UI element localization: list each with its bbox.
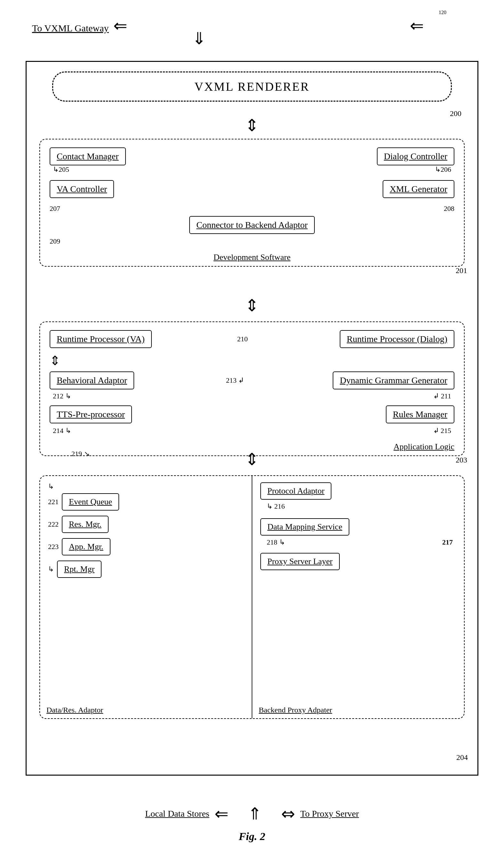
ref-207: 207 xyxy=(50,205,60,212)
ref-216: ↳ 216 xyxy=(267,502,456,510)
proxy-server-arrow: ⇔ xyxy=(281,804,295,824)
connector-box: Connector to Backend Adaptor xyxy=(189,216,315,234)
ref-211: 211 xyxy=(441,392,451,400)
vxml-renderer-box: VXML RENDERER xyxy=(52,71,452,102)
gateway-label: To VXML Gateway xyxy=(32,23,109,33)
rpt-mgr-row: ↳ Rpt. Mgr xyxy=(48,560,244,578)
diagram-container: To VXML Gateway ⇐ ⇐ 120 VXML RENDERER 20… xyxy=(0,0,504,849)
local-data-label: Local Data Stores xyxy=(145,809,210,819)
dev-software-box: Contact Manager ↳205 Dialog Controller ↳… xyxy=(39,139,465,267)
ref-209: 209 xyxy=(50,237,60,245)
local-data-section: Local Data Stores ⇐ xyxy=(145,804,229,824)
data-mapping-row: Data Mapping Service xyxy=(260,518,456,536)
ref-220: ↳ xyxy=(48,482,244,491)
proxy-server-label: To Proxy Server xyxy=(300,809,359,819)
res-mgr-row: 222 Res. Mgr. xyxy=(48,516,244,533)
data-res-label: Data/Res. Adaptor xyxy=(47,706,103,714)
ref-210: 210 xyxy=(237,335,248,343)
ref-203: 203 xyxy=(456,456,467,464)
data-res-adaptor-panel: ↳ 221 Event Queue 222 Res. Mgr. xyxy=(40,476,252,718)
app-mgr-row: 223 App. Mgr. xyxy=(48,538,244,555)
top-right-arrow: ⇐ xyxy=(410,16,424,35)
rpt-mgr-box: Rpt. Mgr xyxy=(57,560,102,578)
proxy-server-section: ⇔ To Proxy Server xyxy=(281,804,359,824)
top-down-arrow: ⇓ xyxy=(192,29,206,48)
app-mgr-box: App. Mgr. xyxy=(62,538,110,555)
proxy-server-box: Proxy Server Layer xyxy=(260,553,340,570)
gateway-arrow: ⇐ xyxy=(113,16,127,35)
ref-120: 120 xyxy=(439,10,446,15)
gateway-section: To VXML Gateway ⇐ xyxy=(32,16,127,35)
protocol-adaptor-row: Protocol Adaptor xyxy=(260,482,456,500)
dev-software-label: Development Software xyxy=(214,253,290,262)
ref-213: 213 xyxy=(226,376,237,384)
app-logic-box: Runtime Processor (VA) 210 Runtime Proce… xyxy=(39,322,465,456)
arrow-1: ⇕ xyxy=(245,116,259,135)
fig-label: Fig. 2 xyxy=(238,830,265,843)
xml-generator-box: XML Generator xyxy=(383,180,454,198)
event-queue-row: 221 Event Queue xyxy=(48,493,244,510)
ref-212: 212 xyxy=(53,392,64,400)
main-outer-box: VXML RENDERER 200 ⇕ Contact Manager ↳205… xyxy=(25,61,479,776)
backend-proxy-label: Backend Proxy Adpater xyxy=(259,706,332,714)
backend-proxy-panel: Protocol Adaptor ↳ 216 Data Mapping Serv… xyxy=(252,476,464,718)
ref-205: 205 xyxy=(59,166,69,173)
va-controller-box: VA Controller xyxy=(50,180,114,198)
contact-manager-box: Contact Manager xyxy=(50,148,126,166)
ref-204: 204 xyxy=(456,753,468,762)
ref-201: 201 xyxy=(456,266,467,275)
local-data-arrow: ⇐ xyxy=(215,804,229,824)
event-queue-box: Event Queue xyxy=(62,493,119,510)
protocol-adaptor-box: Protocol Adaptor xyxy=(260,482,331,500)
app-logic-label: Application Logic xyxy=(394,442,454,452)
res-mgr-box: Res. Mgr. xyxy=(62,516,109,533)
ref-219: 219 ↘ xyxy=(71,450,90,458)
proxy-server-row: Proxy Server Layer xyxy=(260,553,456,570)
tts-preprocessor-box: TTS-Pre-processor xyxy=(50,405,132,423)
arrow-2: ⇕ xyxy=(245,296,259,315)
vxml-renderer-label: VXML RENDERER xyxy=(194,80,310,93)
rules-manager-box: Rules Manager xyxy=(386,405,454,423)
ref-214: 214 xyxy=(53,427,64,435)
bottom-arrows-row: Local Data Stores ⇐ ⇑ ⇔ To Proxy Server xyxy=(25,804,479,824)
dialog-controller-box: Dialog Controller xyxy=(377,148,454,166)
runtime-va-box: Runtime Processor (VA) xyxy=(50,330,152,348)
arrow-3: ⇕ xyxy=(245,450,259,469)
ref-215: 215 xyxy=(440,427,451,435)
ref-208: 208 xyxy=(444,205,454,212)
behavioral-adaptor-box: Behavioral Adaptor xyxy=(50,371,134,389)
ref-206: 206 xyxy=(440,166,451,173)
data-mapping-box: Data Mapping Service xyxy=(260,518,349,536)
center-up-arrow: ⇑ xyxy=(248,804,262,824)
runtime-dialog-box: Runtime Processor (Dialog) xyxy=(340,330,454,348)
ref-200: 200 xyxy=(450,109,462,118)
dynamic-grammar-box: Dynamic Grammar Generator xyxy=(333,371,454,389)
bottom-panels: ↳ 221 Event Queue 222 Res. Mgr. xyxy=(39,475,465,719)
refs-218-217: 218 ↳ 217 xyxy=(260,538,456,547)
